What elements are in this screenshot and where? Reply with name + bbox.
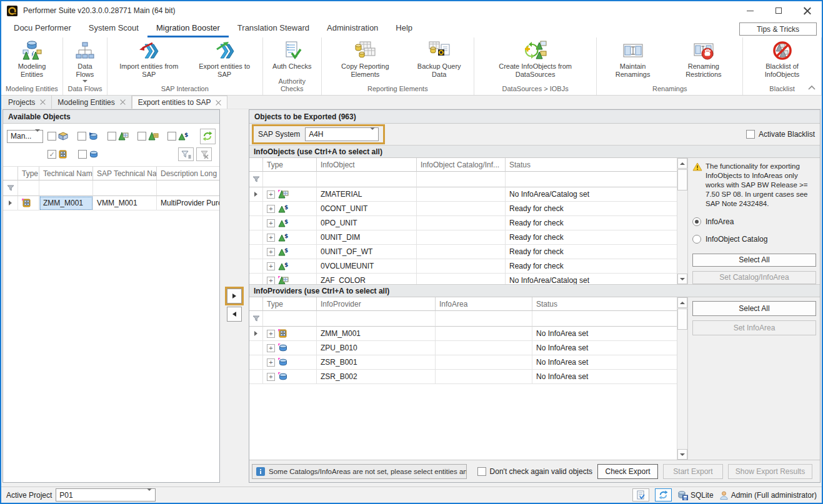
expand-icon[interactable]	[267, 205, 275, 213]
sap-system-dropdown[interactable]: A4H	[305, 127, 379, 141]
cell-status[interactable]: No InfoArea set	[532, 370, 677, 384]
cell-catalog[interactable]	[417, 245, 506, 259]
doc-tab-projects[interactable]: Projects	[2, 96, 52, 109]
cell-catalog[interactable]	[417, 274, 506, 284]
active-project-dropdown[interactable]: P01	[56, 488, 156, 502]
filter-keyfigure-checkbox[interactable]	[167, 132, 176, 141]
cell-catalog[interactable]	[417, 202, 506, 216]
sync-button[interactable]	[655, 488, 672, 502]
cell-infoprovider[interactable]: ZSR_B001	[317, 355, 436, 370]
table-row[interactable]: $ 0UNIT_OF_WT Ready for check	[249, 245, 677, 259]
filter-cell[interactable]	[93, 180, 157, 196]
filter-dso-checkbox[interactable]	[78, 150, 87, 159]
cell-infoarea[interactable]	[436, 327, 532, 341]
backup-query-data-button[interactable]: Backup Query Data	[407, 39, 471, 84]
show-export-results-button[interactable]: Show Export Results	[728, 464, 812, 479]
expand-icon[interactable]	[267, 358, 275, 367]
filter-cell[interactable]	[532, 311, 677, 327]
move-left-button[interactable]	[227, 307, 242, 322]
cell-infoprovider[interactable]: ZMM_M001	[317, 327, 436, 341]
cell-description-long[interactable]: MultiProvider Purc...	[157, 196, 219, 210]
infoobject-catalog-radio[interactable]	[692, 235, 701, 244]
scrollbar-thumb[interactable]	[677, 169, 687, 190]
expand-icon[interactable]	[267, 277, 275, 285]
column-header[interactable]: Type	[263, 158, 317, 172]
close-tab-icon[interactable]	[40, 99, 46, 105]
maximize-button[interactable]	[764, 1, 793, 20]
cell-status[interactable]: No InfoArea/Catalog set	[506, 274, 677, 284]
import-entities-button[interactable]: Import entities from SAP	[110, 39, 188, 84]
column-header[interactable]: Status	[532, 297, 677, 311]
filter-cell[interactable]	[39, 180, 93, 196]
filter-multiprovider-checkbox[interactable]	[47, 150, 56, 159]
table-row[interactable]: $ 0UNIT_DIM Ready for check	[249, 230, 677, 245]
dont-check-again-checkbox[interactable]	[477, 467, 486, 476]
set-infoarea-button[interactable]: Set InfoArea	[692, 320, 816, 335]
table-row[interactable]: ZMATERIAL No InfoArea/Catalog set	[249, 187, 677, 202]
cell-status[interactable]: Ready for check	[506, 259, 677, 274]
cell-status[interactable]: No InfoArea/Catalog set	[506, 187, 677, 202]
close-tab-icon[interactable]	[120, 99, 126, 105]
column-header[interactable]: InfoObject Catalog/Inf...	[417, 158, 506, 172]
cell-infoarea[interactable]	[436, 355, 532, 370]
minimize-button[interactable]	[736, 1, 764, 20]
refresh-button[interactable]	[200, 129, 216, 144]
filter-cell[interactable]	[263, 311, 317, 327]
expand-icon[interactable]	[267, 344, 275, 352]
table-row[interactable]: $ 0PO_UNIT Ready for check	[249, 216, 677, 230]
cell-status[interactable]: Ready for check	[506, 230, 677, 245]
table-row[interactable]: ZMM_M001 VMM_M001 MultiProvider Purc...	[3, 196, 219, 210]
cell-sap-technical-name[interactable]: VMM_M001	[93, 196, 157, 210]
log-button[interactable]	[632, 488, 649, 502]
menu-tab-translation-steward[interactable]: Translation Steward	[229, 20, 318, 37]
filter-cell[interactable]	[317, 172, 417, 187]
modeling-entities-button[interactable]: Modeling Entities	[4, 39, 60, 84]
start-export-button[interactable]: Start Export	[663, 464, 723, 479]
filter-cell[interactable]	[436, 311, 532, 327]
expand-icon[interactable]	[267, 330, 275, 338]
table-row[interactable]: ZMM_M001 No InfoArea set	[249, 327, 677, 341]
cell-infoobject[interactable]: ZAF_COLOR	[317, 274, 417, 284]
database-status[interactable]: SQLite	[677, 490, 714, 500]
check-export-button[interactable]: Check Export	[597, 464, 658, 479]
column-header[interactable]: Status	[506, 158, 677, 172]
scroll-down-button[interactable]	[677, 274, 687, 284]
create-infoobjects-button[interactable]: Create InfoObjects from DataSources	[477, 39, 594, 84]
column-header[interactable]: Type	[18, 167, 39, 180]
catalog-warning-message[interactable]: Some Catalogs/InfoAreas are not set, ple…	[252, 464, 467, 479]
infoobjects-select-all-button[interactable]: Select All	[692, 254, 816, 267]
table-row[interactable]: ZPU_B010 No InfoArea set	[249, 341, 677, 355]
filter-cell[interactable]	[157, 180, 219, 196]
column-header[interactable]: InfoArea	[436, 297, 532, 311]
renaming-restrictions-button[interactable]: Renaming Restrictions	[667, 39, 740, 84]
cell-status[interactable]: Ready for check	[506, 245, 677, 259]
cell-infoobject[interactable]: ZMATERIAL	[317, 187, 417, 202]
move-right-button[interactable]	[227, 289, 242, 304]
menu-tab-help[interactable]: Help	[387, 20, 421, 37]
scroll-down-button[interactable]	[677, 449, 687, 460]
menu-tab-migration-booster[interactable]: Migration Booster	[147, 20, 229, 37]
expand-icon[interactable]	[267, 248, 275, 256]
cell-catalog[interactable]	[417, 230, 506, 245]
blacklist-infoobjects-button[interactable]: Blacklist of InfoObjects	[746, 39, 819, 84]
cell-infoprovider[interactable]: ZPU_B010	[317, 341, 436, 355]
close-button[interactable]	[793, 1, 822, 20]
cell-infoobject[interactable]: 0UNIT_OF_WT	[317, 245, 417, 259]
expand-icon[interactable]	[267, 219, 275, 227]
close-tab-icon[interactable]	[216, 100, 221, 106]
scrollbar-thumb[interactable]	[677, 309, 687, 330]
cell-infoarea[interactable]	[436, 341, 532, 355]
user-status[interactable]: Admin (Full administrator)	[719, 490, 817, 500]
ribbon-collapse-icon[interactable]	[808, 85, 816, 90]
expand-icon[interactable]	[267, 234, 275, 242]
table-row[interactable]: ZSR_B001 No InfoArea set	[249, 355, 677, 370]
cell-catalog[interactable]	[417, 216, 506, 230]
doc-tab-modeling-entities[interactable]: Modeling Entities	[52, 96, 131, 109]
cell-status[interactable]: No InfoArea set	[532, 327, 677, 341]
table-row[interactable]: ZAF_COLOR No InfoArea/Catalog set	[249, 274, 677, 284]
tips-and-tricks-button[interactable]: Tips & Tricks	[739, 22, 817, 36]
data-flows-button[interactable]: Data Flows	[66, 39, 104, 84]
doc-tab-export-entities[interactable]: Export entities to SAP	[132, 96, 228, 109]
filter-cell[interactable]	[506, 172, 677, 187]
menu-tab-administration[interactable]: Administration	[318, 20, 387, 37]
